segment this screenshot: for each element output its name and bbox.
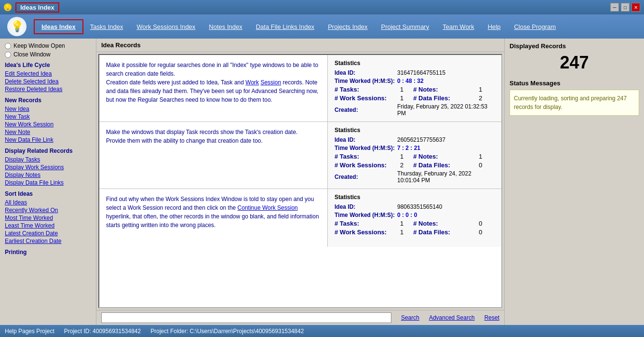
stats-title-2: Statistics [335, 127, 495, 134]
status-bar: Help Pages Project Project ID: 400956931… [0, 325, 644, 337]
idea-id-label-3: Idea ID: [335, 203, 397, 210]
title-bar: 💡 Ideas Index ─ □ ✕ [0, 0, 644, 14]
tasks-value-1: 1 [400, 86, 403, 93]
new-records-title: New Records [5, 97, 91, 104]
time-value-1: 0 : 48 : 32 [397, 78, 424, 84]
idea-stats-2: Statistics Idea ID: 260562157755637 Time… [328, 122, 501, 189]
menu-data-file-links-index[interactable]: Data File Links Index [249, 20, 321, 33]
project-folder-label: Project Folder: C:\Users\Darren\Projects… [150, 328, 304, 335]
idea-stats-3: Statistics Idea ID: 98063351565140 Time … [328, 189, 501, 247]
search-button[interactable]: Search [401, 314, 419, 321]
recently-worked-on-link[interactable]: Recently Worked On [5, 206, 91, 214]
table-row[interactable]: Make the windows that display Task recor… [99, 122, 501, 189]
time-value-2: 7 : 2 : 21 [397, 145, 420, 151]
most-time-worked-link[interactable]: Most Time Worked [5, 214, 91, 222]
content-area: Idea Records Make it possible for regula… [96, 39, 504, 325]
time-label-2: Time Worked (H:M:S): [335, 145, 397, 151]
new-task-link[interactable]: New Task [5, 113, 91, 121]
idea-stats-1: Statistics Idea ID: 316471664755115 Time… [328, 55, 501, 121]
ideas-life-cycle-title: Idea's Life Cycle [5, 62, 91, 68]
stats-row-created-2: Created: Thursday, February 24, 2022 10:… [335, 170, 495, 184]
notes-item-2: # Notes: 1 [413, 153, 482, 160]
logo-circle: 💡 [7, 17, 27, 36]
sort-ideas-title: Sort Ideas [5, 190, 91, 197]
project-id-label: Project ID: 400956931534842 [64, 328, 141, 335]
keep-window-open-option[interactable]: Keep Window Open [5, 42, 91, 49]
advanced-search-button[interactable]: Advanced Search [429, 314, 475, 321]
idea-id-label-2: Idea ID: [335, 136, 397, 143]
new-idea-link[interactable]: New Idea [5, 105, 91, 113]
close-window-label: Close Window [13, 51, 51, 58]
display-tasks-link[interactable]: Display Tasks [5, 156, 91, 163]
df-value-1: 2 [479, 94, 482, 102]
close-window-button[interactable]: ✕ [631, 3, 640, 12]
stats-pair-ws-df-2: # Work Sessions: 2 # Data Files: 0 [335, 162, 495, 169]
close-window-radio[interactable] [5, 52, 11, 58]
restore-deleted-ideas-link[interactable]: Restore Deleted Ideas [5, 85, 91, 93]
menu-help[interactable]: Help [481, 20, 508, 33]
minimize-button[interactable]: ─ [610, 3, 619, 12]
right-panel: Displayed Records 247 Status Messages Cu… [504, 39, 644, 325]
display-work-sessions-link[interactable]: Display Work Sessions [5, 163, 91, 171]
help-pages-label: Help Pages Project [5, 328, 54, 335]
menu-work-sessions-index[interactable]: Work Sessions Index [130, 20, 202, 33]
stats-grid-1: Idea ID: 316471664755115 Time Worked (H:… [335, 69, 495, 117]
notes-label-2: # Notes: [413, 153, 476, 160]
menu-projects-index[interactable]: Projects Index [321, 20, 374, 33]
menu-team-work[interactable]: Team Work [436, 20, 481, 33]
stats-pair-tasks-notes-1: # Tasks: 1 # Notes: 1 [335, 86, 495, 93]
close-window-option[interactable]: Close Window [5, 51, 91, 58]
latest-creation-date-link[interactable]: Latest Creation Date [5, 229, 91, 237]
maximize-button[interactable]: □ [621, 3, 630, 12]
time-value-3: 0 : 0 : 0 [397, 212, 417, 218]
stats-row-idea-id-1: Idea ID: 316471664755115 [335, 69, 495, 76]
menu-close-program[interactable]: Close Program [507, 20, 563, 33]
earliest-creation-date-link[interactable]: Earliest Creation Date [5, 237, 91, 245]
menu-tasks-index[interactable]: Tasks Index [83, 20, 130, 33]
records-container[interactable]: Make it possible for regular searches do… [98, 54, 502, 308]
notes-item-1: # Notes: 1 [413, 86, 482, 93]
stats-pair-ws-df-3: # Work Sessions: 1 # Data Files: 0 [335, 229, 495, 236]
app-logo: 💡 [5, 16, 29, 37]
display-related-records-title: Display Related Records [5, 148, 91, 154]
notes-item-3: # Notes: 0 [413, 220, 482, 227]
df-label-1: # Data Files: [413, 94, 476, 102]
idea-id-value-1: 316471664755115 [397, 69, 445, 76]
display-data-file-links-link[interactable]: Display Data File Links [5, 179, 91, 187]
created-value-1: Friday, February 25, 2022 01:32:53 PM [397, 103, 495, 117]
least-time-worked-link[interactable]: Least Time Worked [5, 222, 91, 229]
ws-value-1: 1 [400, 94, 403, 102]
title-bar-left: 💡 Ideas Index [4, 2, 59, 13]
idea-text-3: Find out why when the Work Sessions Inde… [99, 189, 328, 247]
menu-notes-index[interactable]: Notes Index [202, 20, 249, 33]
displayed-records-title: Displayed Records [510, 42, 639, 50]
status-messages-title: Status Messages [510, 80, 639, 87]
ws-label-1: # Work Sessions: [335, 94, 397, 102]
title-bar-text: Ideas Index [15, 2, 59, 13]
stats-pair-tasks-notes-2: # Tasks: 1 # Notes: 1 [335, 153, 495, 160]
menu-project-summary[interactable]: Project Summary [375, 20, 436, 33]
ws-label-2: # Work Sessions: [335, 162, 397, 169]
edit-selected-idea-link[interactable]: Edit Selected Idea [5, 70, 91, 78]
menu-ideas-index[interactable]: Ideas Index [34, 19, 83, 34]
search-input[interactable] [101, 312, 391, 323]
created-value-2: Thursday, February 24, 2022 10:01:04 PM [397, 170, 495, 184]
created-label-1: Created: [335, 107, 397, 113]
table-row[interactable]: Find out why when the Work Sessions Inde… [99, 189, 501, 247]
menu-bar: 💡 Ideas Index Tasks Index Work Sessions … [0, 14, 644, 39]
new-work-session-link[interactable]: New Work Session [5, 121, 91, 128]
new-note-link[interactable]: New Note [5, 128, 91, 136]
ws-item-1: # Work Sessions: 1 [335, 94, 403, 102]
stats-grid-2: Idea ID: 260562157755637 Time Worked (H:… [335, 136, 495, 184]
ws-label-3: # Work Sessions: [335, 229, 397, 236]
reset-button[interactable]: Reset [484, 314, 499, 321]
keep-window-radio[interactable] [5, 43, 11, 49]
delete-selected-idea-link[interactable]: Delete Selected Idea [5, 78, 91, 85]
status-messages-box: Currently loading, sorting and preparing… [510, 90, 639, 116]
new-data-file-link-link[interactable]: New Data File Link [5, 136, 91, 144]
ws-value-3: 1 [400, 229, 403, 236]
table-row[interactable]: Make it possible for regular searches do… [99, 55, 501, 122]
all-ideas-link[interactable]: All Ideas [5, 199, 91, 206]
df-label-3: # Data Files: [413, 229, 476, 236]
display-notes-link[interactable]: Display Notes [5, 171, 91, 179]
